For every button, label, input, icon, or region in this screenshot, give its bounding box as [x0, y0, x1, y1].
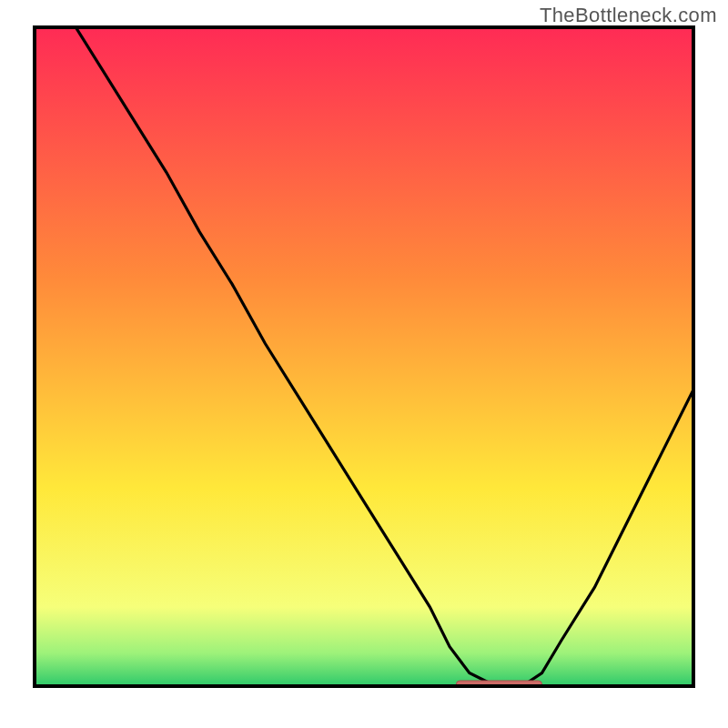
watermark-text: TheBottleneck.com	[540, 4, 717, 27]
chart-canvas: TheBottleneck.com	[0, 0, 728, 728]
bottleneck-chart	[0, 0, 728, 728]
